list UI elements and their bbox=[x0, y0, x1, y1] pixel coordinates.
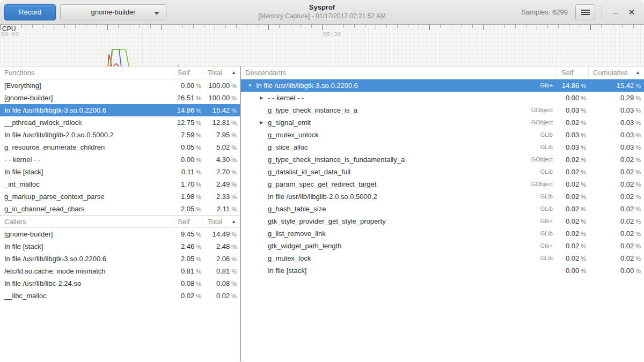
target-selector-dropdown[interactable]: gnome-builder bbox=[60, 4, 166, 20]
table-row[interactable]: g_io_channel_read_chars2.05%2.11% bbox=[0, 203, 240, 215]
tree-row[interactable]: g_param_spec_get_redirect_targetGObject0… bbox=[241, 178, 644, 190]
tree-row[interactable]: g_type_check_instance_is_fundamentally_a… bbox=[241, 153, 644, 166]
self-value: 0.11% bbox=[173, 166, 203, 178]
self-value: 0.02% bbox=[557, 178, 589, 190]
functions-self-column-header[interactable]: Self bbox=[173, 67, 203, 79]
cumulative-value: 0.03% bbox=[589, 104, 644, 116]
total-value: 2.70% bbox=[203, 166, 240, 178]
table-row[interactable]: In file [stack]0.11%2.70% bbox=[0, 166, 240, 178]
percent-sign: % bbox=[635, 206, 641, 212]
library-tag: GObject bbox=[531, 153, 557, 166]
tree-indent bbox=[245, 147, 260, 147]
tree-row[interactable]: In file /usr/lib/libglib-2.0.so.0.5000.2… bbox=[241, 190, 644, 203]
self-value: 0.02% bbox=[557, 203, 589, 215]
percent-sign: % bbox=[635, 157, 641, 163]
tree-row[interactable]: gtk_widget_path_lengthGtk+0.02%0.02% bbox=[241, 240, 644, 252]
cumulative-value: 0.03% bbox=[589, 116, 644, 129]
minimize-icon: – bbox=[613, 8, 618, 17]
function-name-label: - - kernel - - bbox=[268, 92, 304, 104]
cumulative-value: 0.02% bbox=[589, 252, 644, 264]
tree-indent bbox=[245, 270, 260, 271]
percent-sign: % bbox=[196, 206, 201, 212]
close-button[interactable]: ✕ bbox=[624, 4, 640, 20]
table-row[interactable]: _int_malloc1.70%2.49% bbox=[0, 178, 240, 190]
function-name: ▶- - kernel - - bbox=[241, 92, 553, 104]
percent-sign: % bbox=[196, 231, 201, 238]
table-row[interactable]: In file /usr/lib/libglib-2.0.so.0.5000.2… bbox=[0, 129, 240, 141]
menu-button[interactable] bbox=[575, 4, 595, 20]
table-row[interactable]: - - kernel - -0.00%4.30% bbox=[0, 153, 240, 166]
tree-row[interactable]: g_list_remove_linkGLib0.02%0.02% bbox=[241, 227, 644, 240]
function-name: g_io_channel_read_chars bbox=[0, 203, 173, 215]
table-row[interactable]: __pthread_rwlock_rdlock12.75%12.81% bbox=[0, 116, 240, 129]
function-name-label: g_param_spec_get_redirect_target bbox=[268, 178, 376, 190]
table-row[interactable]: [gnome-builder]26.51%100.00% bbox=[0, 92, 240, 104]
table-row[interactable]: [gnome-builder]9.45%14.49% bbox=[0, 228, 240, 240]
chevron-down-icon bbox=[154, 12, 159, 15]
callers-column-header[interactable]: Callers bbox=[0, 216, 173, 227]
tree-row[interactable]: ▼In file /usr/lib/libgtk-3.so.0.2200.6Gt… bbox=[241, 79, 644, 92]
descendants-cumulative-column-header[interactable]: Cumulative▲ bbox=[589, 67, 644, 79]
percent-sign: % bbox=[581, 194, 586, 200]
self-value: 7.59% bbox=[173, 129, 203, 141]
tree-row[interactable]: g_slice_allocGLib0.03%0.03% bbox=[241, 141, 644, 153]
tree-indent bbox=[245, 98, 260, 98]
function-name: - - kernel - - bbox=[0, 153, 173, 166]
expander-closed-icon[interactable]: ▶ bbox=[260, 116, 268, 129]
function-name: [gnome-builder] bbox=[0, 228, 173, 240]
descendants-self-column-header[interactable]: Self bbox=[557, 67, 589, 79]
expander-open-icon[interactable]: ▼ bbox=[248, 79, 256, 92]
header-bar: Record gnome-builder Sysprof [Memory Cap… bbox=[0, 0, 644, 25]
percent-sign: % bbox=[581, 268, 586, 274]
percent-sign: % bbox=[231, 268, 237, 275]
functions-column-header[interactable]: Functions bbox=[0, 67, 173, 79]
function-name: g_param_spec_get_redirect_target bbox=[241, 178, 531, 190]
callers-self-column-header[interactable]: Self bbox=[173, 216, 203, 227]
percent-sign: % bbox=[581, 255, 586, 262]
percent-sign: % bbox=[231, 243, 237, 250]
tree-row[interactable]: g_mutex_unlockGLib0.03%0.03% bbox=[241, 129, 644, 141]
tree-row[interactable]: g_hash_table_sizeGLib0.02%0.02% bbox=[241, 203, 644, 215]
cumulative-value: 0.00% bbox=[589, 264, 644, 277]
total-value: 7.95% bbox=[203, 129, 240, 141]
tree-row[interactable]: ▶- - kernel - -0.00%0.29% bbox=[241, 92, 644, 104]
total-value: 100.00% bbox=[203, 92, 240, 104]
total-value: 12.81% bbox=[203, 116, 240, 129]
expander-closed-icon[interactable]: ▶ bbox=[260, 92, 268, 104]
callers-total-column-header[interactable]: Total▲ bbox=[203, 216, 240, 227]
total-value: 0.81% bbox=[203, 265, 240, 277]
table-row[interactable]: In file /usr/lib/libgtk-3.so.0.2200.614.… bbox=[0, 104, 240, 116]
table-row[interactable]: g_markup_parse_context_parse1.98%2.33% bbox=[0, 190, 240, 203]
self-value: 1.70% bbox=[173, 178, 203, 190]
tree-row[interactable]: ▶g_signal_emitGObject0.02%0.03% bbox=[241, 116, 644, 129]
percent-sign: % bbox=[231, 194, 237, 200]
tree-row[interactable]: gtk_style_provider_get_style_propertyGtk… bbox=[241, 215, 644, 227]
table-row[interactable]: In file [stack]2.46%2.48% bbox=[0, 240, 240, 253]
tree-row[interactable]: In file [stack]0.00%0.00% bbox=[241, 264, 644, 277]
tree-row[interactable]: g_type_check_instance_is_aGObject0.03%0.… bbox=[241, 104, 644, 116]
total-value: 15.42% bbox=[203, 104, 240, 116]
table-row[interactable]: [Everything]0.00%100.00% bbox=[0, 79, 240, 92]
minimize-button[interactable]: – bbox=[608, 4, 624, 20]
function-name: g_markup_parse_context_parse bbox=[0, 190, 173, 203]
table-row[interactable]: In file /usr/lib/libgtk-3.so.0.2200.62.0… bbox=[0, 253, 240, 265]
descendants-column-header[interactable]: Descendants bbox=[241, 67, 557, 79]
table-row[interactable]: /etc/ld.so.cache: inode mismatch0.81%0.8… bbox=[0, 265, 240, 277]
percent-sign: % bbox=[196, 256, 201, 262]
tree-indent bbox=[245, 221, 260, 221]
table-row[interactable]: __libc_malloc0.02%0.02% bbox=[0, 290, 240, 302]
function-name: g_resource_enumerate_children bbox=[0, 141, 173, 153]
tree-row[interactable]: g_mutex_lockGLib0.02%0.02% bbox=[241, 252, 644, 264]
cpu-graph[interactable]: CPU 00:00 00:30 bbox=[0, 25, 644, 67]
table-row[interactable]: g_resource_enumerate_children0.05%5.02% bbox=[0, 141, 240, 153]
hamburger-icon bbox=[581, 10, 590, 15]
percent-sign: % bbox=[231, 280, 237, 287]
record-button[interactable]: Record bbox=[4, 4, 56, 20]
percent-sign: % bbox=[231, 144, 237, 151]
self-value: 0.02% bbox=[173, 290, 203, 302]
table-row[interactable]: In file /usr/lib/libc-2.24.so0.08%0.08% bbox=[0, 277, 240, 290]
cumulative-value: 0.02% bbox=[589, 203, 644, 215]
percent-sign: % bbox=[635, 120, 641, 126]
tree-row[interactable]: g_datalist_id_set_data_fullGLib0.02%0.02… bbox=[241, 166, 644, 178]
functions-total-column-header[interactable]: Total▲ bbox=[203, 67, 240, 79]
